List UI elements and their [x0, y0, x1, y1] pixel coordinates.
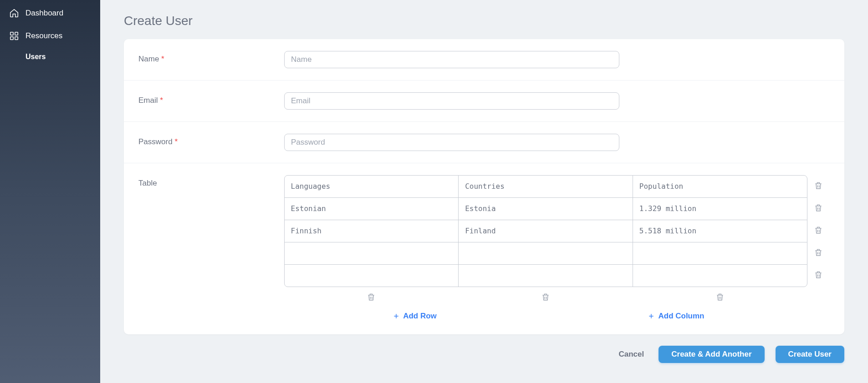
table-row: Estonian Estonia 1.329 million — [284, 197, 807, 220]
form-row-password: Password * — [124, 122, 844, 163]
create-user-button[interactable]: Create User — [776, 346, 844, 363]
table-container: Languages Countries Population Estonian … — [284, 175, 830, 323]
plus-icon — [393, 313, 399, 319]
cancel-button[interactable]: Cancel — [615, 345, 648, 363]
row-delete-column — [807, 175, 830, 287]
trash-icon — [541, 292, 550, 303]
delete-column-button[interactable] — [284, 290, 459, 306]
table-cell[interactable] — [458, 264, 633, 287]
home-icon — [9, 8, 19, 18]
table-row: Finnish Finland 5.518 million — [284, 220, 807, 242]
trash-icon — [367, 292, 376, 303]
svg-rect-2 — [10, 37, 13, 40]
table-cell[interactable] — [284, 242, 459, 265]
email-label: Email * — [138, 92, 284, 110]
table-cell[interactable]: 1.329 million — [633, 197, 807, 220]
trash-icon — [814, 226, 823, 237]
sidebar-item-resources[interactable]: Resources — [0, 25, 100, 47]
name-input[interactable] — [284, 51, 619, 68]
sidebar-item-dashboard[interactable]: Dashboard — [0, 2, 100, 25]
table-actions: Add Row Add Column — [284, 310, 830, 323]
trash-icon — [814, 248, 823, 259]
sidebar-item-label: Resources — [26, 31, 62, 40]
table-cell[interactable]: Estonia — [458, 197, 633, 220]
table-cell[interactable]: Finnish — [284, 220, 459, 242]
delete-row-button[interactable] — [807, 175, 830, 198]
footer-actions: Cancel Create & Add Another Create User — [124, 345, 844, 363]
trash-icon — [814, 203, 823, 214]
table-main: Languages Countries Population Estonian … — [284, 175, 807, 287]
table-header-row: Languages Countries Population — [284, 175, 807, 197]
sidebar-subitem-users[interactable]: Users — [0, 47, 100, 66]
delete-column-button[interactable] — [633, 290, 807, 306]
table-label: Table — [138, 175, 284, 323]
table-cell[interactable] — [633, 264, 807, 287]
sidebar: Dashboard Resources Users — [0, 0, 100, 383]
password-label: Password * — [138, 134, 284, 151]
trash-icon — [814, 181, 823, 192]
svg-rect-1 — [15, 32, 18, 35]
form-row-table: Table Languages Countries Population Est… — [124, 163, 844, 334]
delete-row-button[interactable] — [807, 220, 830, 242]
delete-row-button[interactable] — [807, 264, 830, 287]
sidebar-item-label: Dashboard — [26, 9, 63, 18]
trash-icon — [814, 270, 823, 281]
table-cell[interactable]: 5.518 million — [633, 220, 807, 242]
add-row-button[interactable]: Add Row — [284, 310, 546, 323]
delete-row-button[interactable] — [807, 197, 830, 220]
grid-icon — [9, 31, 19, 41]
table-grid: Languages Countries Population Estonian … — [284, 175, 830, 287]
table-cell[interactable]: Finland — [458, 220, 633, 242]
delete-column-button[interactable] — [459, 290, 633, 306]
table-header-cell[interactable]: Languages — [284, 175, 459, 198]
form-card: Name * Email * Password * — [124, 39, 844, 334]
add-column-button[interactable]: Add Column — [546, 310, 807, 323]
column-delete-row — [284, 287, 830, 306]
main-content: Create User Name * Email * Password * — [100, 0, 868, 383]
page-title: Create User — [124, 14, 844, 28]
password-input[interactable] — [284, 134, 619, 151]
table-row — [284, 264, 807, 287]
name-label: Name * — [138, 51, 284, 68]
table-cell[interactable]: Estonian — [284, 197, 459, 220]
trash-icon — [715, 292, 725, 303]
table-header-cell[interactable]: Countries — [458, 175, 633, 198]
form-row-name: Name * — [124, 39, 844, 81]
sidebar-subitem-label: Users — [26, 53, 46, 60]
table-cell[interactable] — [458, 242, 633, 265]
svg-rect-3 — [15, 37, 18, 40]
plus-icon — [648, 313, 654, 319]
delete-row-button[interactable] — [807, 242, 830, 265]
form-row-email: Email * — [124, 81, 844, 122]
table-cell[interactable] — [284, 264, 459, 287]
table-row — [284, 242, 807, 264]
svg-rect-0 — [10, 32, 13, 35]
table-cell[interactable] — [633, 242, 807, 265]
table-header-cell[interactable]: Population — [633, 175, 807, 198]
email-input[interactable] — [284, 92, 619, 110]
create-add-another-button[interactable]: Create & Add Another — [659, 346, 764, 363]
